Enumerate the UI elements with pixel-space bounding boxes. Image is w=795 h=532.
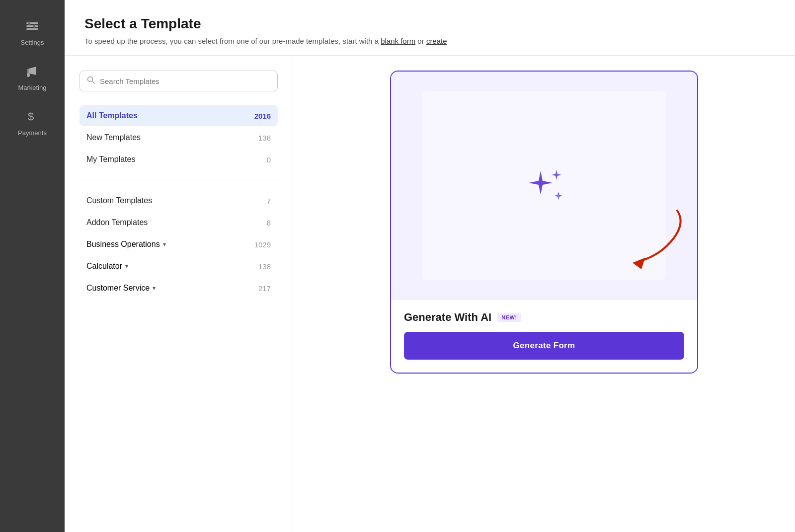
svg-rect-5 (27, 69, 29, 73)
page-title: Select a Template (84, 16, 775, 32)
category-customer-label: Customer Service (86, 284, 150, 293)
svg-text:$: $ (28, 110, 34, 123)
svg-point-6 (27, 73, 30, 77)
sidebar-item-marketing-label: Marketing (18, 84, 46, 91)
ai-card-footer: Generate With AI NEW! Generate Form (391, 300, 697, 373)
generate-form-button[interactable]: Generate Form (404, 332, 684, 360)
sidebar-item-settings-label: Settings (21, 39, 44, 46)
chevron-down-icon-customer: ▾ (153, 285, 156, 292)
content-area: All Templates 2016 New Templates 138 My … (65, 55, 795, 532)
ai-sparkle-icon (522, 166, 566, 206)
main-categories: All Templates 2016 New Templates 138 My … (80, 105, 278, 170)
svg-rect-1 (26, 25, 38, 27)
ai-card-title-row: Generate With AI NEW! (404, 311, 684, 324)
create-link[interactable]: create (426, 37, 447, 45)
ai-card-preview (391, 72, 697, 300)
svg-rect-0 (26, 22, 38, 24)
divider (80, 180, 278, 180)
category-customer-label-wrap: Customer Service ▾ (86, 284, 156, 293)
category-new-templates[interactable]: New Templates 138 (80, 127, 278, 148)
sidebar-item-payments[interactable]: $ Payments (0, 100, 65, 146)
category-calculator-count: 138 (258, 262, 271, 271)
or-text: or (417, 37, 426, 45)
svg-rect-3 (28, 21, 30, 25)
svg-rect-2 (26, 28, 38, 30)
category-my-count: 0 (267, 155, 271, 164)
ai-card-inner (422, 91, 666, 280)
new-badge: NEW! (497, 313, 521, 322)
left-panel: All Templates 2016 New Templates 138 My … (65, 56, 293, 532)
category-my-label: My Templates (86, 155, 135, 164)
category-all-label: All Templates (86, 111, 138, 120)
category-customer-service[interactable]: Customer Service ▾ 217 (80, 278, 278, 299)
chevron-down-icon-business: ▾ (163, 241, 166, 248)
search-icon (87, 76, 95, 86)
payments-icon: $ (25, 109, 39, 126)
subtitle-text: To speed up the process, you can select … (84, 37, 379, 45)
category-addon-templates[interactable]: Addon Templates 8 (80, 212, 278, 233)
category-custom-templates[interactable]: Custom Templates 7 (80, 190, 278, 211)
main-content: Select a Template To speed up the proces… (65, 0, 795, 532)
search-input[interactable] (100, 77, 270, 85)
category-business-count: 1029 (254, 240, 271, 249)
category-custom-label: Custom Templates (86, 196, 152, 205)
page-subtitle: To speed up the process, you can select … (84, 37, 775, 45)
chevron-down-icon-calculator: ▾ (125, 263, 128, 270)
marketing-icon (25, 64, 39, 81)
svg-line-9 (92, 81, 95, 84)
page-header: Select a Template To speed up the proces… (65, 0, 795, 55)
category-all-templates[interactable]: All Templates 2016 (80, 105, 278, 126)
category-my-templates[interactable]: My Templates 0 (80, 149, 278, 170)
sub-categories: Custom Templates 7 Addon Templates 8 Bus… (80, 190, 278, 299)
category-calculator[interactable]: Calculator ▾ 138 (80, 256, 278, 277)
category-calculator-label-wrap: Calculator ▾ (86, 262, 128, 271)
search-box[interactable] (80, 71, 278, 91)
settings-icon (25, 19, 39, 36)
blank-form-link[interactable]: blank form (381, 37, 415, 45)
svg-rect-4 (33, 24, 35, 28)
category-addon-count: 8 (267, 219, 271, 227)
category-business-label: Business Operations (86, 240, 160, 249)
ai-card: Generate With AI NEW! Generate Form (390, 71, 698, 374)
category-addon-label: Addon Templates (86, 218, 148, 227)
category-business-label-wrap: Business Operations ▾ (86, 240, 166, 249)
category-customer-count: 217 (258, 284, 271, 293)
ai-card-title: Generate With AI (404, 311, 491, 324)
category-custom-count: 7 (267, 197, 271, 205)
sidebar-item-payments-label: Payments (18, 129, 47, 137)
category-new-label: New Templates (86, 133, 141, 142)
category-all-count: 2016 (254, 112, 271, 120)
category-new-count: 138 (258, 134, 271, 142)
category-business-operations[interactable]: Business Operations ▾ 1029 (80, 234, 278, 255)
category-calculator-label: Calculator (86, 262, 122, 271)
sidebar-item-marketing[interactable]: Marketing (0, 55, 65, 100)
right-panel: Generate With AI NEW! Generate Form (293, 56, 795, 532)
sidebar: Settings Marketing $ Payments (0, 0, 65, 532)
sidebar-item-settings[interactable]: Settings (0, 10, 65, 55)
